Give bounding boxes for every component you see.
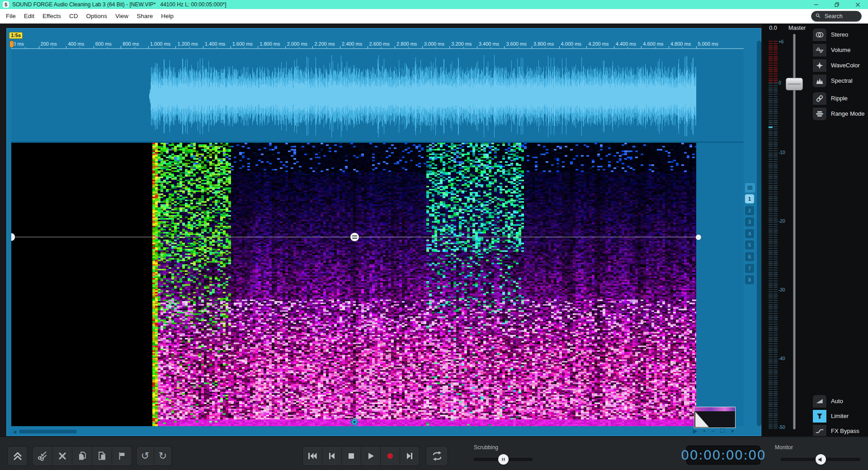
undo-icon: ↺ xyxy=(141,451,149,461)
pages-icon xyxy=(746,184,754,192)
monitor-slider-handle[interactable] xyxy=(816,454,826,465)
master-fader-track[interactable] xyxy=(793,34,796,429)
view-button-label: WaveColor xyxy=(831,62,860,69)
menu-cd[interactable]: CD xyxy=(65,9,82,24)
spectrogram-section[interactable] xyxy=(11,143,744,426)
track-button-3[interactable]: 3 xyxy=(745,217,754,226)
redo-button[interactable]: ↻ xyxy=(154,446,171,465)
view-button-label: Ripple xyxy=(831,95,848,102)
zoom-menu-button[interactable]: ▾ xyxy=(731,428,734,435)
copy-button[interactable] xyxy=(72,446,92,465)
fx-button-limiter[interactable] xyxy=(812,409,827,423)
copy-icon xyxy=(77,451,88,461)
view-button-range-mode[interactable] xyxy=(812,107,827,121)
record-button[interactable] xyxy=(381,446,400,465)
monitor-slider[interactable] xyxy=(781,454,860,464)
track-button-5[interactable]: 5 xyxy=(745,240,754,249)
zoom-fit-icon xyxy=(720,428,726,433)
stop-icon xyxy=(346,451,357,461)
ruler-label: 200 ms xyxy=(41,41,57,47)
timeline-ruler[interactable]: 0 ms200 ms400 ms600 ms800 ms1.000 ms1.20… xyxy=(11,41,744,48)
magnifier-icon xyxy=(815,13,821,19)
meter-scale-label: 0 xyxy=(778,80,781,85)
track-button-2[interactable]: 2 xyxy=(745,206,754,215)
marker-button[interactable] xyxy=(112,446,132,465)
menu-options[interactable]: Options xyxy=(82,9,112,24)
view-button-wavecolor[interactable] xyxy=(812,58,827,73)
waveform-section[interactable] xyxy=(11,50,744,141)
view-button-volume[interactable] xyxy=(812,43,827,57)
close-icon xyxy=(854,1,861,8)
collapse-button[interactable] xyxy=(8,446,27,465)
selection-right-handle[interactable] xyxy=(696,235,701,240)
spectrogram-empty-region[interactable] xyxy=(11,143,152,426)
view-button-stereo[interactable] xyxy=(812,28,827,42)
ruler-label: 1.600 ms xyxy=(232,41,253,47)
cut-button[interactable] xyxy=(33,446,52,465)
zoom-overview-thumbnail[interactable] xyxy=(694,407,736,428)
ruler-label: 1.200 ms xyxy=(177,41,198,47)
ruler-baseline xyxy=(11,48,744,49)
waveform-canvas[interactable] xyxy=(149,50,696,141)
search-input[interactable]: Search xyxy=(811,11,862,22)
scrubbing-slider[interactable] xyxy=(474,454,533,464)
undo-button[interactable]: ↺ xyxy=(137,446,154,465)
fx-button-auto[interactable] xyxy=(812,394,827,409)
playhead-marker[interactable] xyxy=(9,41,14,47)
vertical-scrollbar[interactable] xyxy=(757,41,761,426)
meter-scale-label: -10 xyxy=(778,150,785,155)
ruler-label: 1.000 ms xyxy=(150,41,170,47)
restore-button[interactable] xyxy=(826,0,847,9)
ruler-label: 3.800 ms xyxy=(533,41,554,47)
menu-share[interactable]: Share xyxy=(132,9,157,24)
loop-button[interactable] xyxy=(426,446,448,465)
menu-effects[interactable]: Effects xyxy=(38,9,65,24)
selection-center-handle[interactable] xyxy=(350,233,359,241)
track-button-7[interactable]: 7 xyxy=(745,264,754,273)
play-icon xyxy=(365,451,376,461)
marker-icon xyxy=(117,451,127,461)
paste-button[interactable] xyxy=(92,446,112,465)
loop-icon xyxy=(432,451,443,461)
scroll-right-arrow[interactable]: ▶ xyxy=(693,428,697,435)
track-strip: 12345678 xyxy=(745,28,756,426)
zoom-fit-button[interactable] xyxy=(720,428,726,435)
level-meter-left xyxy=(769,41,773,429)
previous-button[interactable] xyxy=(322,446,341,465)
spectral-settings-gear-icon[interactable] xyxy=(349,417,359,427)
master-label: Master xyxy=(788,25,806,31)
level-meter-right xyxy=(774,41,778,429)
spectral-icon xyxy=(815,76,824,85)
minimize-button[interactable] xyxy=(806,0,826,9)
meter-scale-label: -50 xyxy=(778,425,785,430)
scroll-left-arrow[interactable]: ◀ xyxy=(13,428,16,435)
scrollbar-thumb[interactable] xyxy=(19,430,77,433)
stop-button[interactable] xyxy=(342,446,361,465)
track-list-menu-button[interactable] xyxy=(745,183,755,193)
track-button-6[interactable]: 6 xyxy=(745,252,754,261)
delete-button[interactable] xyxy=(52,446,72,465)
view-button-ripple[interactable] xyxy=(812,91,827,106)
ruler-label: 1.400 ms xyxy=(205,41,225,47)
next-button[interactable] xyxy=(400,446,419,465)
zoom-in-button[interactable]: + xyxy=(703,428,706,435)
menu-view[interactable]: View xyxy=(111,9,132,24)
track-button-8[interactable]: 8 xyxy=(745,275,754,284)
skip-start-button[interactable] xyxy=(303,446,322,465)
restore-icon xyxy=(834,1,840,8)
grip-icon xyxy=(500,456,507,463)
close-button[interactable] xyxy=(847,0,868,9)
master-fader-handle[interactable] xyxy=(786,78,803,90)
view-button-spectral[interactable] xyxy=(812,74,827,88)
track-button-4[interactable]: 4 xyxy=(745,229,754,238)
spectrogram-canvas[interactable] xyxy=(152,143,696,426)
horizontal-scrollbar[interactable]: ◀ xyxy=(11,428,744,435)
scrubbing-slider-handle[interactable] xyxy=(498,454,509,465)
cut-icon xyxy=(37,451,48,461)
play-button[interactable] xyxy=(361,446,380,465)
track-button-1[interactable]: 1 xyxy=(745,194,754,203)
zoom-out-button[interactable]: − xyxy=(711,428,714,435)
menu-edit[interactable]: Edit xyxy=(20,9,38,24)
menu-file[interactable]: File xyxy=(2,9,20,24)
menu-help[interactable]: Help xyxy=(157,9,178,24)
